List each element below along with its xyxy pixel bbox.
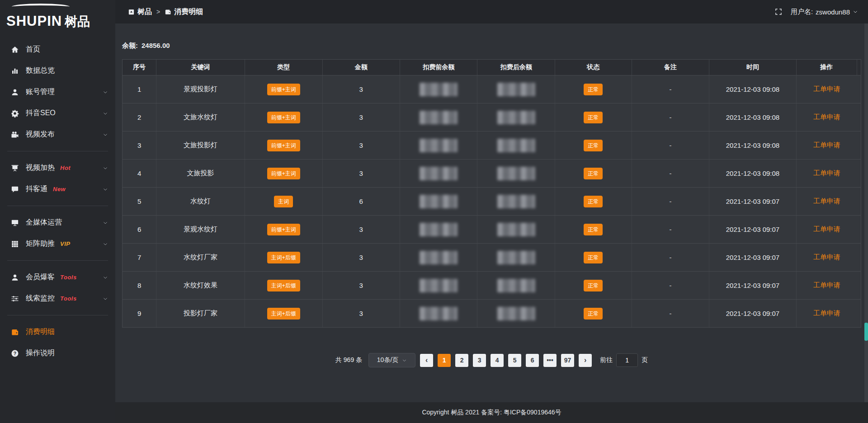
sidebar-item-label: 抖客通 — [26, 184, 47, 194]
redacted-balance-before — [420, 111, 458, 124]
sidebar-item-icon — [11, 46, 19, 54]
sidebar-item-matrix-boost[interactable]: 矩阵助推 VIP — [0, 233, 115, 254]
redacted-balance-after — [497, 111, 535, 124]
cell-balance-after — [477, 160, 555, 187]
user-menu[interactable]: 用户名: zswodun88 — [791, 8, 858, 16]
sidebar-item-douketong[interactable]: 抖客通 New — [0, 179, 115, 200]
redacted-balance-before — [420, 279, 458, 292]
cell-amount: 3 — [323, 244, 400, 271]
nav-section-divider — [7, 206, 108, 206]
page-number-button[interactable]: ••• — [543, 354, 557, 367]
cell-action: 工单申请 — [797, 300, 857, 327]
ticket-apply-link[interactable]: 工单申请 — [813, 281, 840, 290]
cell-balance-before — [400, 160, 477, 187]
type-badge: 前缀+主词 — [267, 224, 300, 235]
sidebar-item-icon — [11, 349, 19, 357]
cell-time: 2021-12-03 09:07 — [709, 188, 797, 215]
sidebar-item-tag: VIP — [60, 240, 70, 247]
breadcrumb-item[interactable]: 树品 — [128, 7, 152, 17]
ticket-apply-link[interactable]: 工单申请 — [813, 225, 840, 234]
sidebar-item-operation-guide[interactable]: 操作说明 — [0, 343, 115, 364]
sidebar-item-video-heat[interactable]: 视频加热 Hot — [0, 157, 115, 179]
table-row: 8 水纹灯效果 主词+后缀 3 正常 - 2021-12-03 09:07 — [123, 271, 861, 299]
cell-balance-before — [400, 300, 477, 327]
ticket-apply-link[interactable]: 工单申请 — [813, 141, 840, 150]
cell-type: 主词 — [245, 188, 322, 215]
logo-text-cn: 树品 — [65, 15, 90, 28]
table-row: 5 水纹灯 主词 6 正常 - 2021-12-03 09:07 工单 — [123, 187, 861, 215]
ticket-apply-link[interactable]: 工单申请 — [813, 169, 840, 178]
page-number-button[interactable]: 1 — [438, 354, 451, 367]
nav-section-divider — [7, 260, 108, 261]
cell-type: 主词+后缀 — [245, 272, 322, 299]
cell-balance-after — [477, 300, 555, 327]
cell-index: 1 — [123, 75, 156, 103]
sidebar-item-member-burst[interactable]: 会员爆客 Tools — [0, 267, 115, 288]
cell-note: - — [632, 300, 709, 327]
cell-note: - — [632, 132, 709, 159]
scrollbar-thumb[interactable] — [864, 323, 868, 341]
status-badge: 正常 — [584, 308, 603, 320]
page-number-button[interactable]: 2 — [455, 354, 468, 367]
next-page-button[interactable]: › — [579, 354, 592, 367]
cell-index: 6 — [123, 216, 156, 243]
cell-type: 主词+后缀 — [245, 300, 322, 327]
goto-page-input[interactable] — [616, 353, 638, 367]
sidebar-item-home[interactable]: 首页 — [0, 39, 115, 60]
cell-index: 8 — [123, 272, 156, 299]
cell-balance-after — [477, 103, 555, 131]
breadcrumb-icon — [165, 9, 171, 15]
ticket-apply-link[interactable]: 工单申请 — [813, 253, 840, 262]
sidebar-item-douyin-seo[interactable]: 抖音SEO — [0, 103, 115, 124]
app-logo[interactable]: SHUPIN 树品 — [0, 0, 115, 28]
fullscreen-icon[interactable] — [774, 8, 783, 16]
page-size-select[interactable]: 10条/页 — [368, 353, 415, 367]
sidebar-item-label: 视频加热 — [26, 163, 55, 173]
cell-time: 2021-12-03 09:07 — [709, 244, 797, 271]
username-label: 用户名: — [791, 8, 813, 16]
sidebar-item-label: 账号管理 — [26, 87, 55, 97]
balance-value: 24856.00 — [142, 42, 170, 50]
chevron-down-icon — [103, 220, 108, 226]
cell-action: 工单申请 — [797, 272, 857, 299]
cell-status: 正常 — [555, 132, 632, 159]
cell-status: 正常 — [555, 272, 632, 299]
sidebar-item-consume-detail[interactable]: 消费明细 — [0, 321, 115, 343]
cell-amount: 3 — [323, 216, 400, 243]
sidebar-item-all-media-operation[interactable]: 全媒体运营 — [0, 212, 115, 233]
nav-section-divider — [7, 315, 108, 315]
prev-page-button[interactable]: ‹ — [420, 354, 433, 367]
table-header-row: 序号 关键词 类型 金额 扣费前余额 扣费后余额 状态 备注 时间 操作 — [123, 60, 861, 75]
redacted-balance-before — [420, 307, 458, 320]
cell-balance-after — [477, 132, 555, 159]
breadcrumb-item[interactable]: 消费明细 — [165, 7, 203, 17]
sidebar-item-account-management[interactable]: 账号管理 — [0, 81, 115, 103]
sidebar-item-data-overview[interactable]: 数据总览 — [0, 60, 115, 81]
sidebar-item-label: 线索监控 — [26, 294, 55, 303]
cell-time: 2021-12-03 09:07 — [709, 272, 797, 299]
ticket-apply-link[interactable]: 工单申请 — [813, 85, 840, 94]
table-row: 6 景观水纹灯 前缀+主词 3 正常 - 2021-12-03 09:07 — [123, 215, 861, 243]
ticket-apply-link[interactable]: 工单申请 — [813, 197, 840, 206]
ticket-apply-link[interactable]: 工单申请 — [813, 113, 840, 122]
table-row: 1 景观投影灯 前缀+主词 3 正常 - 2021-12-03 09:08 — [123, 75, 861, 103]
sidebar-item-lead-monitor[interactable]: 线索监控 Tools — [0, 288, 115, 309]
page-number-button[interactable]: 97 — [561, 354, 574, 367]
cell-keyword: 景观水纹灯 — [156, 216, 245, 243]
ticket-apply-link[interactable]: 工单申请 — [813, 309, 840, 318]
sidebar-item-video-publish[interactable]: 视频发布 — [0, 124, 115, 145]
page-number-button[interactable]: 5 — [508, 354, 521, 367]
table-header-cell: 扣费前余额 — [400, 60, 477, 75]
cell-balance-before — [400, 132, 477, 159]
table-header-cell: 关键词 — [156, 60, 245, 75]
status-badge: 正常 — [584, 224, 603, 235]
cell-balance-before — [400, 244, 477, 271]
page-number-button[interactable]: 3 — [473, 354, 486, 367]
sidebar-item-icon — [11, 185, 19, 193]
page-number-button[interactable]: 6 — [526, 354, 539, 367]
page-size-label: 10条/页 — [377, 356, 398, 364]
cell-status: 正常 — [555, 75, 632, 103]
scrollbar-track[interactable] — [864, 24, 868, 402]
sidebar-item-label: 全媒体运营 — [26, 218, 62, 227]
page-number-button[interactable]: 4 — [491, 354, 504, 367]
